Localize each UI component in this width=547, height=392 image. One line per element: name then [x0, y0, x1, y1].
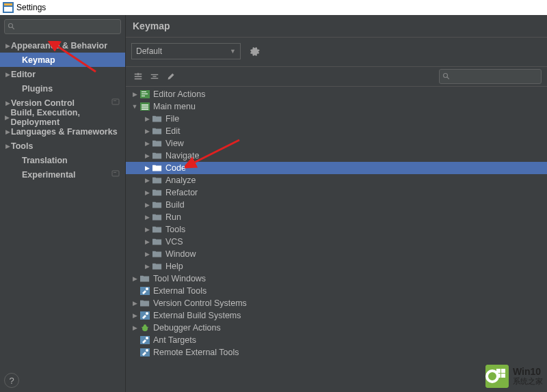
tree-item-label: Debugger Actions: [153, 323, 221, 333]
chevron-right-icon: ▶: [144, 128, 150, 135]
svg-rect-6: [114, 100, 116, 101]
tree-item-label: VCS: [165, 237, 183, 247]
collapse-all-icon[interactable]: [148, 70, 161, 83]
tree-search-input[interactable]: [439, 69, 542, 84]
folder-icon: [152, 238, 165, 246]
tree-item-label: External Build Systems: [153, 311, 241, 320]
sidebar-item-translation[interactable]: Translation: [0, 153, 125, 167]
sidebar-item-plugins[interactable]: Plugins: [0, 81, 125, 96]
chevron-right-icon: ▶: [144, 251, 150, 257]
chevron-right-icon: ▶: [144, 226, 150, 233]
watermark: Win10 系统之家: [485, 365, 543, 388]
svg-point-22: [146, 312, 148, 315]
chevron-right-icon: ▶: [144, 165, 150, 171]
tree-item-external-tools[interactable]: External Tools: [126, 285, 547, 297]
tree-item-run[interactable]: ▶Run: [126, 211, 547, 223]
tree-item-label: Remote External Tools: [153, 348, 239, 357]
sidebar-item-label: Languages & Frameworks: [11, 127, 118, 137]
tools-icon: [140, 336, 153, 344]
watermark-logo: [485, 365, 509, 388]
tree-item-main-menu[interactable]: ▼Main menu: [126, 100, 547, 113]
sidebar-item-tools[interactable]: ▶Tools: [0, 139, 125, 153]
chevron-right-icon: ▶: [144, 189, 150, 196]
chevron-right-icon: ▶: [144, 140, 150, 147]
svg-rect-13: [142, 94, 148, 94]
folder-icon: [152, 152, 165, 160]
menu-icon: [140, 102, 153, 111]
tree-item-external-build-systems[interactable]: ▶External Build Systems: [126, 309, 547, 322]
tools-icon: [140, 311, 153, 320]
tree-item-label: External Tools: [153, 286, 206, 296]
edit-icon[interactable]: [164, 70, 178, 83]
expand-all-icon[interactable]: [131, 70, 145, 83]
annotation-arrow: [48, 41, 103, 75]
tree-item-tool-windows[interactable]: ▶Tool Windows: [126, 272, 547, 285]
expand-arrow-icon: ▶: [4, 71, 11, 78]
tree-item-label: Help: [165, 262, 183, 271]
folder-icon: [152, 115, 165, 123]
svg-point-20: [146, 288, 148, 290]
folder-icon: [152, 213, 165, 221]
chevron-right-icon: ▶: [131, 300, 138, 307]
sidebar-item-build-execution-deployment[interactable]: ▶Build, Execution, Deployment: [0, 110, 125, 124]
tree-item-label: Run: [165, 212, 181, 222]
tree-item-version-control-systems[interactable]: ▶Version Control Systems: [126, 297, 547, 309]
help-button[interactable]: ?: [4, 373, 19, 388]
watermark-line1: Win10: [513, 367, 543, 376]
window-title-bar: Settings: [0, 0, 547, 15]
tree-item-build[interactable]: ▶Build: [126, 199, 547, 211]
tree-item-label: View: [165, 139, 184, 148]
watermark-line2: 系统之家: [513, 376, 543, 386]
svg-rect-16: [142, 104, 148, 106]
svg-rect-35: [501, 369, 505, 373]
scheme-toolbar: Default ▼: [126, 43, 547, 66]
tree-item-editor-actions[interactable]: ▶Editor Actions: [126, 88, 547, 100]
folder-icon: [152, 250, 165, 258]
svg-point-3: [9, 24, 13, 28]
svg-rect-14: [142, 96, 145, 96]
folder-icon: [140, 275, 153, 283]
tree-item-label: Build: [165, 200, 185, 210]
tree-item-label: Tool Windows: [153, 274, 206, 283]
search-icon: [442, 72, 451, 81]
annotation-arrow: [185, 137, 246, 171]
svg-rect-2: [4, 7, 12, 12]
chevron-right-icon: ▶: [144, 201, 150, 208]
chevron-right-icon: ▶: [131, 312, 138, 319]
project-scope-icon: [111, 169, 120, 180]
svg-rect-8: [114, 172, 116, 173]
tree-item-edit[interactable]: ▶Edit: [126, 125, 547, 137]
tree-item-label: Refactor: [165, 188, 198, 197]
tree-item-vcs[interactable]: ▶VCS: [126, 236, 547, 248]
chevron-right-icon: ▶: [144, 177, 150, 184]
folder-icon: [152, 176, 165, 184]
window-title: Settings: [16, 3, 46, 12]
keymap-scheme-combo[interactable]: Default ▼: [131, 43, 241, 59]
svg-rect-1: [4, 3, 12, 5]
tree-item-window[interactable]: ▶Window: [126, 248, 547, 260]
folder-icon: [152, 188, 165, 197]
gear-icon[interactable]: [249, 46, 260, 57]
tree-item-label: Code: [165, 163, 186, 173]
tree-item-label: Editor Actions: [153, 89, 205, 99]
chevron-right-icon: ▶: [131, 91, 138, 98]
tree-item-analyze[interactable]: ▶Analyze: [126, 174, 547, 186]
tree-item-refactor[interactable]: ▶Refactor: [126, 186, 547, 199]
sidebar-item-experimental[interactable]: Experimental: [0, 167, 125, 182]
tools-icon: [140, 348, 153, 356]
tree-item-label: Window: [165, 249, 196, 259]
tree-item-remote-external-tools[interactable]: Remote External Tools: [126, 346, 547, 359]
sidebar-search-input[interactable]: [4, 19, 121, 34]
svg-point-9: [444, 74, 448, 78]
help-label: ?: [9, 376, 14, 386]
sidebar-item-languages-frameworks[interactable]: ▶Languages & Frameworks: [0, 124, 125, 139]
tree-item-label: Main menu: [153, 102, 196, 111]
tree-item-help[interactable]: ▶Help: [126, 260, 547, 272]
tree-item-label: Analyze: [165, 176, 196, 185]
tree-item-tools[interactable]: ▶Tools: [126, 223, 547, 236]
expand-arrow-icon: ▶: [4, 114, 11, 121]
tree-item-file[interactable]: ▶File: [126, 113, 547, 125]
tree-item-debugger-actions[interactable]: ▶Debugger Actions: [126, 322, 547, 334]
svg-line-10: [447, 77, 449, 79]
tree-item-ant-targets[interactable]: Ant Targets: [126, 334, 547, 346]
